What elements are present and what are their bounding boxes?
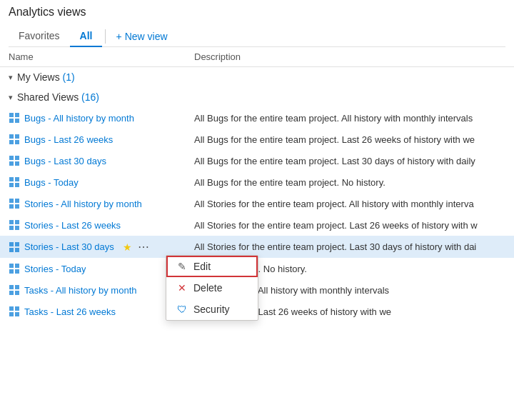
context-menu: ✎ Edit ✕ Delete 🛡 Security: [166, 255, 258, 321]
tab-divider: [105, 29, 106, 44]
svg-rect-38: [9, 312, 14, 316]
chevron-icon: ▾: [9, 93, 13, 102]
row-desc: All Bugs for the entire team project. La…: [194, 156, 505, 166]
row-actions: ★ ⋯: [123, 239, 152, 255]
svg-rect-5: [15, 134, 19, 139]
grid-icon: [9, 306, 20, 317]
svg-rect-9: [15, 156, 19, 160]
svg-rect-15: [15, 183, 19, 187]
grid-icon: [9, 112, 20, 124]
row-name-link[interactable]: Bugs - All history by month: [24, 113, 134, 124]
delete-icon: ✕: [176, 282, 188, 294]
group-label: Shared Views (16): [17, 91, 99, 103]
row-desc: All Bugs for the entire team project. Al…: [194, 113, 505, 124]
grid-icon: [9, 176, 20, 188]
table-row: Bugs - Today All Bugs for the entire tea…: [0, 171, 514, 193]
row-name-cell: Bugs - Last 26 weeks: [9, 134, 194, 145]
group-row-my-views[interactable]: ▾ My Views (1): [0, 67, 514, 87]
delete-label: Delete: [193, 282, 222, 294]
svg-rect-25: [15, 242, 19, 246]
grid-icon: [9, 198, 20, 209]
svg-rect-32: [9, 285, 14, 289]
svg-rect-39: [15, 312, 19, 316]
group-row-shared-views[interactable]: ▾ Shared Views (16): [0, 87, 514, 107]
row-name-cell: Bugs - All history by month: [9, 112, 194, 124]
table-row: Stories - Last 26 weeks All Stories for …: [0, 214, 514, 236]
svg-rect-8: [9, 156, 14, 160]
table-row: Stories - Last 30 days ★ ⋯ ✎ Edit ✕ Dele…: [0, 236, 514, 258]
row-desc: All Bugs for the entire team project. No…: [194, 177, 505, 188]
page-title: Analytics views: [9, 6, 505, 19]
row-name-link[interactable]: Bugs - Last 26 weeks: [24, 134, 113, 145]
grid-icon: [9, 284, 20, 296]
svg-rect-20: [9, 220, 14, 224]
row-name-link[interactable]: Tasks - Last 26 weeks: [24, 306, 116, 317]
menu-item-delete[interactable]: ✕ Delete: [166, 277, 258, 299]
grid-icon: [9, 263, 20, 274]
svg-rect-31: [15, 269, 19, 274]
row-name-cell: Stories - Last 26 weeks: [9, 219, 194, 231]
svg-rect-23: [15, 226, 19, 230]
row-name-link[interactable]: Stories - All history by month: [24, 199, 142, 209]
svg-rect-33: [15, 285, 19, 289]
chevron-icon: ▾: [9, 73, 13, 82]
svg-rect-1: [15, 113, 19, 117]
col-desc-header: Description: [194, 51, 505, 62]
svg-rect-14: [9, 183, 14, 187]
tab-favorites[interactable]: Favorites: [9, 26, 70, 47]
row-name-link[interactable]: Stories - Today: [24, 264, 86, 274]
grid-icon: [9, 134, 20, 145]
edit-label: Edit: [193, 261, 211, 272]
group-label: My Views (1): [17, 71, 75, 83]
row-name-link[interactable]: Tasks - All history by month: [24, 285, 137, 296]
svg-rect-30: [9, 269, 14, 274]
row-name-cell: Stories - All history by month: [9, 198, 194, 209]
table-row: Bugs - Last 30 days All Bugs for the ent…: [0, 150, 514, 171]
page-header: Analytics views Favorites All + New view: [0, 0, 514, 47]
star-icon[interactable]: ★: [123, 241, 132, 253]
row-desc: All Stories for the entire team project.…: [194, 199, 505, 209]
row-name-link[interactable]: Bugs - Today: [24, 177, 79, 188]
row-name-link[interactable]: Stories - Last 30 days: [24, 241, 114, 252]
svg-rect-26: [9, 248, 14, 252]
svg-rect-34: [9, 291, 14, 295]
svg-rect-35: [15, 291, 19, 295]
row-desc: All Stories for the entire team project.…: [194, 220, 505, 231]
menu-item-security[interactable]: 🛡 Security: [166, 299, 258, 320]
group-count: (16): [81, 91, 99, 103]
svg-rect-24: [9, 242, 14, 246]
svg-rect-28: [9, 264, 14, 268]
menu-item-edit[interactable]: ✎ Edit: [166, 256, 258, 277]
table-row: Bugs - Last 26 weeks All Bugs for the en…: [0, 129, 514, 150]
row-name-cell: Bugs - Last 30 days: [9, 155, 194, 166]
row-name-cell: Stories - Last 30 days ★ ⋯ ✎ Edit ✕ Dele…: [9, 239, 194, 255]
table-row: Stories - All history by month All Stori…: [0, 193, 514, 214]
row-name-link[interactable]: Stories - Last 26 weeks: [24, 220, 121, 231]
row-desc: All Bugs for the entire team project. La…: [194, 134, 505, 145]
svg-rect-0: [9, 113, 14, 117]
svg-rect-11: [15, 161, 19, 166]
svg-rect-6: [9, 140, 14, 144]
svg-rect-12: [9, 177, 14, 181]
tab-all[interactable]: All: [70, 26, 103, 47]
svg-rect-2: [9, 119, 14, 123]
edit-icon: ✎: [176, 261, 188, 272]
table-header: Name Description: [0, 47, 514, 67]
svg-rect-18: [9, 204, 14, 209]
svg-rect-37: [15, 306, 19, 311]
security-label: Security: [193, 304, 230, 315]
svg-rect-7: [15, 140, 19, 144]
svg-rect-29: [15, 264, 19, 268]
svg-rect-3: [15, 119, 19, 123]
ellipsis-button[interactable]: ⋯: [135, 239, 152, 255]
new-view-button[interactable]: + New view: [109, 26, 174, 46]
grid-icon: [9, 155, 20, 166]
svg-rect-19: [15, 204, 19, 209]
row-name-link[interactable]: Bugs - Last 30 days: [24, 156, 106, 166]
group-count: (1): [63, 71, 75, 83]
svg-rect-21: [15, 220, 19, 224]
tabs-bar: Favorites All + New view: [9, 26, 505, 47]
shield-icon: 🛡: [176, 304, 188, 315]
svg-rect-16: [9, 199, 14, 203]
svg-rect-13: [15, 177, 19, 181]
